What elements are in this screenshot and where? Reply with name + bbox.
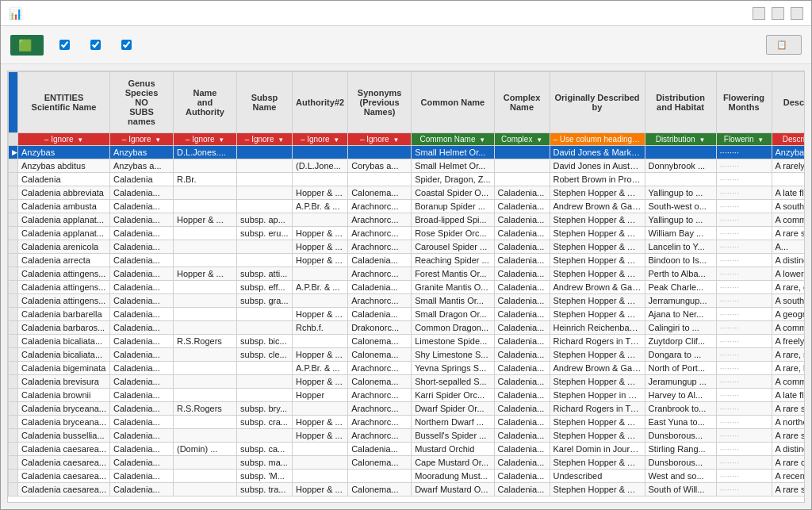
cell-synonyms: Calonema... bbox=[348, 335, 412, 348]
table-row[interactable]: Caladenia attingens...Caladenia...subsp.… bbox=[9, 294, 806, 308]
table-row[interactable]: Caladenia applanat...Caladenia...subsp. … bbox=[9, 227, 806, 240]
cell-name-auth bbox=[174, 348, 237, 362]
clean-data-checkbox-group[interactable] bbox=[121, 40, 136, 50]
table-row[interactable]: ▶AnzybasAnzybasD.L.Jones....Small Helmet… bbox=[9, 146, 806, 159]
cell-synonyms bbox=[348, 173, 412, 186]
cell-entities: Caladenia attingens... bbox=[18, 267, 110, 281]
cell-auth2: (D.L.Jone... bbox=[293, 159, 348, 173]
import-button[interactable]: 📋 bbox=[766, 35, 802, 55]
row-indicator-cell bbox=[9, 227, 18, 240]
mapping-subsp[interactable]: – Ignore ▼ bbox=[237, 133, 293, 146]
table-row[interactable]: Caladenia barbarellaCaladenia...Hopper &… bbox=[9, 308, 806, 321]
add-entities-checkbox[interactable] bbox=[59, 40, 70, 50]
overwrite-checkbox-group[interactable] bbox=[90, 40, 105, 50]
cell-subsp: subsp. cle... bbox=[237, 348, 293, 362]
row-indicator-cell bbox=[9, 308, 18, 321]
cell-genus: Caladenia... bbox=[110, 416, 174, 429]
cell-orig: Stephen Hopper & Andr... bbox=[550, 416, 645, 429]
mapping-name[interactable]: – Ignore ▼ bbox=[174, 133, 237, 146]
cell-orig: Andrew Brown & Garry ... bbox=[550, 362, 645, 375]
table-row[interactable]: Caladenia attingens...Caladenia...Hopper… bbox=[9, 267, 806, 281]
table-row[interactable]: Caladenia abbreviataCaladenia...Hopper &… bbox=[9, 186, 806, 200]
select-excel-button[interactable]: 🟩 bbox=[10, 35, 44, 56]
data-table-container[interactable]: ENTITIESScientific Name GenusSpeciesNOSU… bbox=[7, 71, 805, 503]
cell-subsp bbox=[237, 375, 293, 389]
table-row[interactable]: Caladenia bicaliata...Caladenia...R.S.Ro… bbox=[9, 335, 806, 348]
table-row[interactable]: Caladenia bryceana...Caladenia...R.S.Rog… bbox=[9, 402, 806, 416]
table-row[interactable]: Caladenia caesarea...Caladenia...subsp. … bbox=[9, 470, 806, 483]
table-row[interactable]: Caladenia applanat...Caladenia...Hopper … bbox=[9, 213, 806, 227]
cell-flower: ········ bbox=[716, 335, 772, 348]
table-row[interactable]: Caladenia bigeminataCaladenia...A.P.Br. … bbox=[9, 362, 806, 375]
mapping-flower[interactable]: Flowerin ▼ bbox=[716, 133, 772, 146]
cell-desc: A northern s... bbox=[772, 416, 805, 429]
cell-entities: Caladenia bussellia... bbox=[18, 429, 110, 443]
table-row[interactable]: CaladeniaCaladeniaR.Br.Spider, Dragon, Z… bbox=[9, 173, 806, 186]
cell-name-auth bbox=[174, 227, 237, 240]
table-row[interactable]: Caladenia barbaros...Caladenia...Rchb.f.… bbox=[9, 321, 806, 335]
table-row[interactable]: Caladenia arrectaCaladenia...Hopper & ..… bbox=[9, 254, 806, 267]
header-subsp: SubspName bbox=[237, 72, 293, 133]
header-entities: ENTITIESScientific Name bbox=[18, 72, 110, 133]
cell-dist: Dunsborous... bbox=[645, 429, 716, 443]
table-row[interactable]: Caladenia bussellia...Caladenia...Hopper… bbox=[9, 429, 806, 443]
table-row[interactable]: Caladenia caesarea...Caladenia...(Domin)… bbox=[9, 443, 806, 456]
mapping-common[interactable]: Common Name ▼ bbox=[412, 133, 494, 146]
cell-common: Reaching Spider ... bbox=[412, 254, 494, 267]
cell-complex: Caladenia... bbox=[494, 186, 550, 200]
cell-flower: ········ bbox=[716, 281, 772, 294]
cell-synonyms: Calonema... bbox=[348, 186, 412, 200]
cell-flower: ········ bbox=[716, 402, 772, 416]
toolbar: 🟩 📋 bbox=[1, 26, 811, 64]
cell-complex bbox=[494, 159, 550, 173]
table-row[interactable]: Anzybas abditusAnzybas a...(D.L.Jone...C… bbox=[9, 159, 806, 173]
table-row[interactable]: Caladenia arenicolaCaladenia...Hopper & … bbox=[9, 240, 806, 254]
close-button[interactable] bbox=[791, 7, 803, 20]
cell-name-auth bbox=[174, 321, 237, 335]
cell-name-auth bbox=[174, 416, 237, 429]
mapping-genus[interactable]: – Ignore ▼ bbox=[110, 133, 174, 146]
row-indicator-cell bbox=[9, 186, 18, 200]
table-row[interactable]: Caladenia ambustaCaladenia...A.P.Br. & .… bbox=[9, 200, 806, 213]
mapping-auth2[interactable]: – Ignore ▼ bbox=[293, 133, 348, 146]
cell-synonyms: Caladenia... bbox=[348, 308, 412, 321]
mapping-entities[interactable]: – Ignore ▼ bbox=[18, 133, 110, 146]
overwrite-checkbox[interactable] bbox=[90, 40, 101, 50]
cell-dist: Bindoon to Is... bbox=[645, 254, 716, 267]
table-row[interactable]: Caladenia browniiCaladenia...HopperArach… bbox=[9, 389, 806, 402]
mapping-complex[interactable]: Complex ▼ bbox=[494, 133, 550, 146]
cell-common: Short-sepalled S... bbox=[412, 375, 494, 389]
cell-synonyms: Arachnorc... bbox=[348, 402, 412, 416]
cell-dist: Harvey to Al... bbox=[645, 389, 716, 402]
cell-orig: Stephen Hopper & Andr... bbox=[550, 254, 645, 267]
cell-genus: Anzybas bbox=[110, 146, 174, 159]
cell-common: Mustard Orchid bbox=[412, 443, 494, 456]
maximize-button[interactable] bbox=[772, 7, 784, 20]
add-entities-checkbox-group[interactable] bbox=[59, 40, 75, 50]
cell-complex: Caladenia... bbox=[494, 470, 550, 483]
cell-synonyms: Arachnorc... bbox=[348, 227, 412, 240]
cell-entities: Anzybas abditus bbox=[18, 159, 110, 173]
table-row[interactable]: Caladenia bryceana...Caladenia...subsp. … bbox=[9, 416, 806, 429]
cell-genus: Caladenia... bbox=[110, 456, 174, 470]
cell-common: Dwarf Spider Or... bbox=[412, 402, 494, 416]
table-row[interactable]: Caladenia attingens...Caladenia...subsp.… bbox=[9, 281, 806, 294]
header-flower: FloweringMonths bbox=[716, 72, 772, 133]
table-row[interactable]: Caladenia caesarea...Caladenia...subsp. … bbox=[9, 483, 806, 497]
cell-common: Bussell's Spider ... bbox=[412, 429, 494, 443]
mapping-syn[interactable]: – Ignore ▼ bbox=[348, 133, 412, 146]
table-row[interactable]: Caladenia caesarea...Caladenia...subsp. … bbox=[9, 456, 806, 470]
mapping-orig[interactable]: – Use column heading ▼ bbox=[550, 133, 645, 146]
cell-synonyms: Calonema... bbox=[348, 375, 412, 389]
minimize-button[interactable] bbox=[753, 7, 765, 20]
clean-data-checkbox[interactable] bbox=[121, 40, 132, 50]
cell-desc: A common, ... bbox=[772, 213, 805, 227]
cell-synonyms: Caladenia... bbox=[348, 254, 412, 267]
mapping-desc[interactable]: Description ▼ bbox=[772, 133, 805, 146]
mapping-indicator bbox=[9, 133, 18, 146]
mapping-dist[interactable]: Distribution ▼ bbox=[645, 133, 716, 146]
cell-dist: North of Port... bbox=[645, 362, 716, 375]
table-row[interactable]: Caladenia bicaliata...Caladenia...subsp.… bbox=[9, 348, 806, 362]
cell-name-auth bbox=[174, 483, 237, 497]
table-row[interactable]: Caladenia brevisuraCaladenia...Hopper & … bbox=[9, 375, 806, 389]
